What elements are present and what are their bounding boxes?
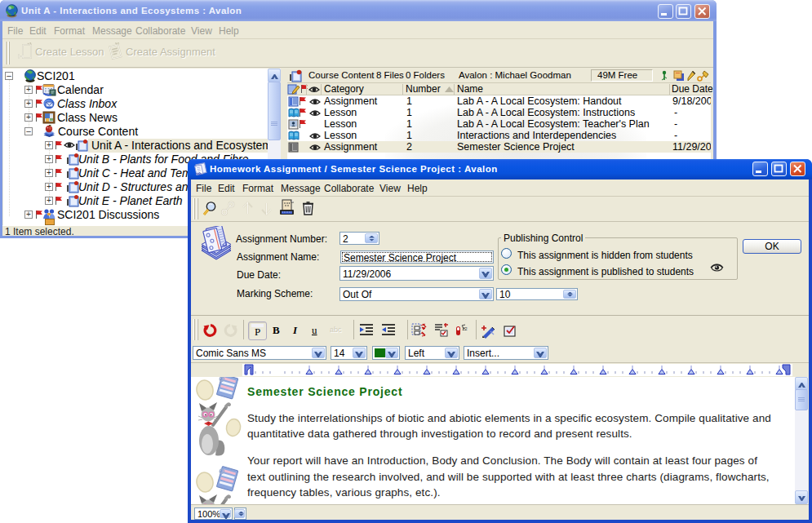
svg-text:12: 12 (462, 326, 468, 331)
